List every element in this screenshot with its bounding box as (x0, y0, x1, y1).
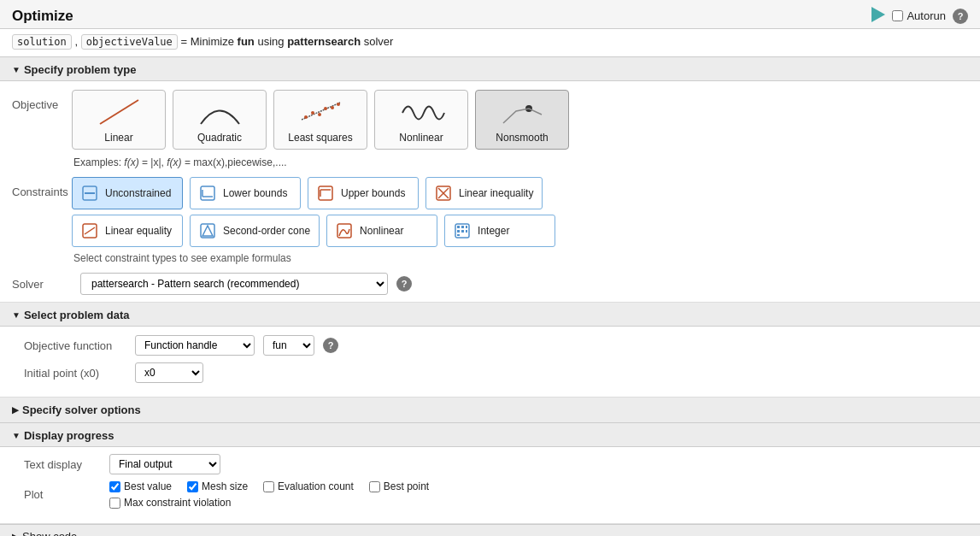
constraint-btn-nonlinear[interactable]: Nonlinear (326, 215, 437, 247)
unconstrained-label: Unconstrained (105, 187, 171, 199)
obj-btn-linear[interactable]: Linear (72, 90, 166, 150)
lower-bounds-label: Lower bounds (223, 187, 287, 199)
text-display-label: Text display (24, 458, 101, 471)
best-value-checkbox-label[interactable]: Best value (109, 480, 172, 492)
evaluation-count-checkbox[interactable] (263, 481, 274, 492)
max-constraint-checkbox[interactable] (109, 498, 120, 509)
eq-sep: , (74, 35, 78, 48)
svg-rect-12 (499, 96, 546, 128)
svg-rect-30 (457, 226, 460, 228)
obj-btn-nonlinear[interactable]: Nonlinear (374, 90, 468, 150)
specify-problem-type-header[interactable]: ▼ Specify problem type (0, 57, 980, 81)
display-progress-content: Text display Final output None Iterative… (0, 447, 980, 524)
select-data-label: Select problem data (24, 309, 130, 321)
select-problem-data-header[interactable]: ▼ Select problem data (0, 303, 980, 327)
problem-data-content: Objective function Function handle Anony… (0, 327, 980, 398)
solver-help-button[interactable]: ? (396, 276, 412, 292)
solver-row: Solver pattersearch - Pattern search (re… (12, 273, 968, 295)
max-constraint-checkbox-label[interactable]: Max constraint violation (109, 497, 231, 509)
show-code-arrow-icon: ▶ (12, 532, 19, 536)
help-button[interactable]: ? (953, 9, 968, 24)
solver-options-arrow-icon: ▶ (12, 405, 19, 415)
linear-equality-icon (81, 222, 98, 239)
obj-fn-type-select[interactable]: Function handle Anonymous function (135, 335, 255, 356)
problem-type-content: Objective Linear Quadratic (0, 81, 980, 303)
display-progress-header[interactable]: ▼ Display progress (0, 423, 980, 447)
max-constraint-label: Max constraint violation (124, 497, 231, 509)
svg-rect-32 (457, 234, 460, 236)
specify-problem-label: Specify problem type (24, 63, 136, 76)
best-point-label: Best point (384, 480, 429, 492)
svg-rect-2 (197, 96, 244, 128)
linear-inequality-label: Linear inequality (459, 187, 533, 199)
autorun-checkbox[interactable] (892, 10, 903, 21)
output1-code: solution (12, 34, 72, 50)
show-code-bar[interactable]: ▶ Show code (0, 524, 980, 536)
solver-options-label: Specify solver options (22, 403, 141, 416)
nonlinear-chart-icon (398, 96, 445, 128)
constraint-btn-linear-inequality[interactable]: Linear inequality (425, 177, 543, 209)
initial-point-select[interactable]: x0 (135, 362, 203, 383)
plot-row: Plot Best value Mesh size Evaluation cou… (24, 480, 968, 509)
top-bar: Optimize Autorun ? (0, 0, 980, 29)
svg-rect-15 (85, 192, 95, 194)
linear-inequality-icon (435, 185, 452, 202)
constraint-btn-linear-equality[interactable]: Linear equality (72, 215, 183, 247)
evaluation-count-label: Evaluation count (278, 480, 354, 492)
nonlinear-constraint-icon (336, 222, 353, 239)
specify-problem-arrow-icon: ▼ (12, 65, 21, 74)
best-point-checkbox[interactable] (369, 481, 380, 492)
obj-btn-least-squares[interactable]: Least squares (273, 90, 367, 150)
obj-btn-quadratic[interactable]: Quadratic (173, 90, 267, 150)
obj-fn-help-button[interactable]: ? (323, 338, 338, 353)
checkboxes-row2: Max constraint violation (109, 497, 429, 509)
second-order-cone-icon (199, 222, 216, 239)
objective-buttons: Linear Quadratic (72, 90, 569, 150)
unconstrained-icon (81, 185, 98, 202)
nonlinear-constraint-label: Nonlinear (360, 225, 403, 237)
svg-point-7 (318, 113, 321, 116)
text-display-select[interactable]: Final output None Iterative (109, 454, 220, 474)
solver-select[interactable]: pattersearch - Pattern search (recommend… (80, 273, 388, 295)
objective-function-row: Objective function Function handle Anony… (24, 335, 968, 356)
constraint-buttons-row2: Linear equality Second-order cone (72, 215, 555, 247)
constraint-btn-upper-bounds[interactable]: Upper bounds (308, 177, 419, 209)
nonsmooth-chart-icon (499, 96, 546, 128)
constraint-btn-lower-bounds[interactable]: Lower bounds (190, 177, 301, 209)
integer-label: Integer (478, 225, 509, 237)
best-value-checkbox[interactable] (109, 481, 120, 492)
lower-bounds-icon (199, 185, 216, 202)
constraint-btn-unconstrained[interactable]: Unconstrained (72, 177, 183, 209)
autorun-label: Autorun (907, 9, 946, 22)
objective-label: Objective (12, 90, 72, 111)
eq-suffix: solver (364, 35, 394, 48)
least-squares-btn-label: Least squares (288, 132, 352, 144)
obj-fn-value-select[interactable]: fun (263, 335, 314, 356)
plot-label: Plot (24, 488, 101, 501)
evaluation-count-checkbox-label[interactable]: Evaluation count (263, 480, 354, 492)
top-right-controls: Autorun ? (871, 7, 968, 25)
objective-row: Objective Linear Quadratic (12, 90, 968, 150)
mesh-size-checkbox-label[interactable]: Mesh size (187, 480, 248, 492)
svg-point-5 (304, 115, 308, 119)
eq-fun: fun (238, 35, 255, 48)
constraint-btn-integer[interactable]: Integer (444, 215, 555, 247)
eq-solver: patternsearch (287, 35, 361, 48)
plot-checkboxes: Best value Mesh size Evaluation count Be… (109, 480, 429, 509)
best-point-checkbox-label[interactable]: Best point (369, 480, 429, 492)
integer-icon (454, 222, 471, 239)
upper-bounds-label: Upper bounds (341, 187, 405, 199)
obj-btn-nonsmooth[interactable]: Nonsmooth (475, 90, 569, 150)
display-progress-label: Display progress (24, 429, 114, 442)
quadratic-btn-label: Quadratic (197, 132, 242, 144)
specify-solver-options-header[interactable]: ▶ Specify solver options (0, 398, 980, 423)
svg-rect-33 (461, 226, 464, 228)
constraint-btn-second-order-cone[interactable]: Second-order cone (190, 215, 320, 247)
mesh-size-checkbox[interactable] (187, 481, 198, 492)
constraint-hint: Select constraint types to see example f… (73, 252, 968, 264)
eq-equals: = (180, 35, 190, 48)
run-button[interactable] (871, 7, 885, 25)
initial-point-row: Initial point (x0) x0 (24, 362, 968, 383)
constraints-row: Constraints Unconstrained (12, 177, 968, 247)
mesh-size-label: Mesh size (202, 480, 248, 492)
